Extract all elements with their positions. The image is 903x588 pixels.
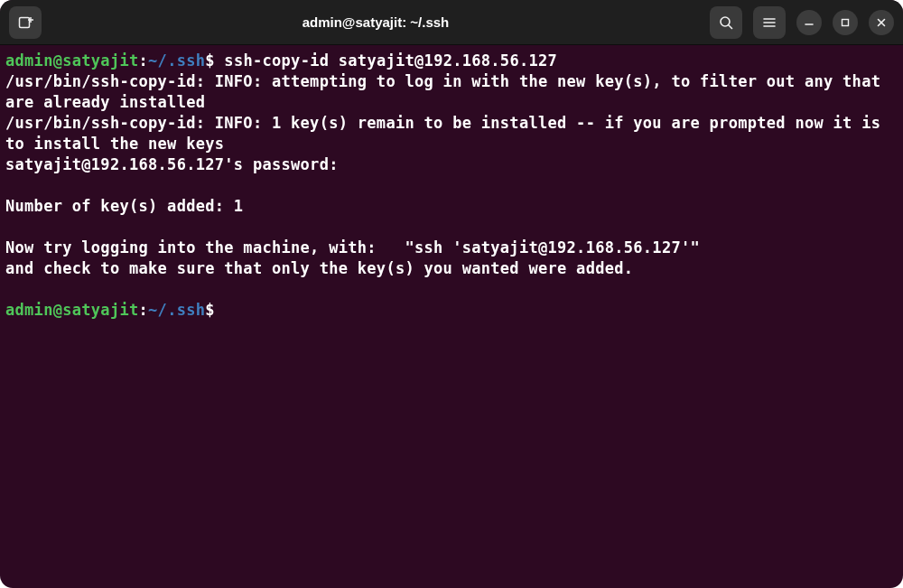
- search-icon: [719, 15, 733, 30]
- titlebar: admin@satyajit: ~/.ssh: [0, 0, 903, 45]
- output-line: and check to make sure that only the key…: [5, 259, 633, 277]
- search-button[interactable]: [710, 6, 742, 39]
- prompt-path: ~/.ssh: [148, 51, 205, 70]
- prompt-host: satyajit: [62, 301, 138, 319]
- output-line: /usr/bin/ssh-copy-id: INFO: attempting t…: [5, 72, 890, 111]
- prompt-colon: :: [139, 51, 149, 70]
- window-title: admin@satyajit: ~/.ssh: [49, 14, 703, 30]
- svg-rect-9: [842, 19, 849, 25]
- close-button[interactable]: [869, 10, 894, 35]
- output-line: Now try logging into the machine, with: …: [5, 238, 700, 257]
- new-tab-icon: [17, 14, 33, 31]
- minimize-icon: [804, 17, 815, 28]
- prompt-path: ~/.ssh: [148, 301, 205, 319]
- menu-button[interactable]: [753, 6, 786, 39]
- prompt-at: @: [53, 301, 63, 319]
- output-line: satyajit@192.168.56.127's password:: [5, 155, 339, 173]
- prompt-line-2: admin@satyajit:~/.ssh$: [5, 301, 215, 319]
- prompt-line-1: admin@satyajit:~/.ssh$ ssh-copy-id satya…: [5, 51, 557, 70]
- prompt-user: admin: [5, 301, 53, 319]
- prompt-colon: :: [139, 301, 149, 319]
- new-tab-button[interactable]: [9, 6, 42, 39]
- command-text: ssh-copy-id satyajit@192.168.56.127: [224, 51, 557, 70]
- maximize-icon: [840, 17, 851, 28]
- close-icon: [876, 17, 887, 28]
- output-line: /usr/bin/ssh-copy-id: INFO: 1 key(s) rem…: [5, 114, 890, 153]
- prompt-user: admin: [5, 51, 53, 70]
- prompt-dollar: $: [205, 301, 215, 319]
- terminal-content[interactable]: admin@satyajit:~/.ssh$ ssh-copy-id satya…: [0, 45, 903, 588]
- prompt-at: @: [53, 51, 63, 70]
- prompt-host: satyajit: [62, 51, 138, 70]
- maximize-button[interactable]: [833, 10, 858, 35]
- svg-rect-0: [20, 17, 30, 27]
- terminal-window: admin@satyajit: ~/.ssh: [0, 0, 903, 588]
- output-line: Number of key(s) added: 1: [5, 197, 243, 215]
- hamburger-icon: [762, 15, 777, 30]
- minimize-button[interactable]: [796, 10, 822, 35]
- prompt-dollar: $: [205, 51, 224, 70]
- svg-line-4: [729, 25, 732, 29]
